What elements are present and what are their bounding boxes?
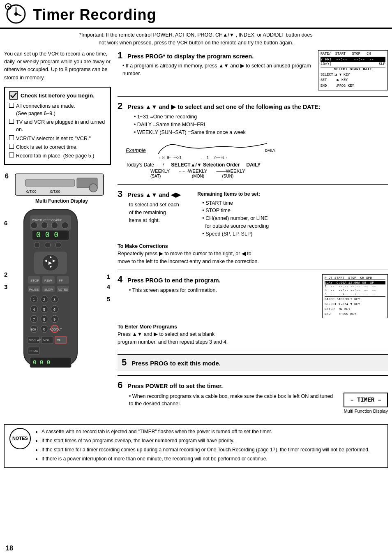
- svg-text:0 0 0: 0 0 0: [33, 359, 50, 365]
- step-1: 1 Press PROG* to display the program scr…: [118, 50, 388, 91]
- svg-text:1: 1: [33, 298, 35, 302]
- step-2-body: 1~31 =One time recording DAILY =Same tim…: [129, 113, 388, 136]
- vcr-diagram-area: 6 0/T:00 0/T:00 Multi Function Display: [4, 171, 111, 204]
- svg-point-5: [7, 6, 9, 7]
- timer-display-box: – TIMER –: [344, 393, 388, 407]
- left-column: You can set up the VCR to record a one t…: [4, 50, 111, 419]
- corrections-section: To Make Corrections Repeatedly press ▶ t…: [118, 243, 388, 266]
- step-6-number: 6: [118, 381, 122, 390]
- svg-text:ADD/DLT: ADD/DLT: [50, 328, 62, 331]
- label-3-remote: 3: [4, 283, 7, 290]
- remaining-items-box: Remaining Items to be set: START time ST…: [197, 190, 269, 238]
- timer-display-text: – TIMER –: [350, 397, 381, 403]
- step-5-title: Press PROG to exit this mode.: [131, 359, 221, 367]
- more-programs-title: To Enter More Programs: [118, 324, 388, 330]
- checklist-item-5: Record tab in place. (See page 5.): [9, 152, 106, 159]
- svg-point-18: [51, 222, 58, 229]
- step-4-number: 4: [118, 275, 122, 284]
- step-6-row: When recording programs via a cable box,…: [118, 393, 388, 414]
- step-4-title: Press PROG to end the program.: [127, 277, 220, 284]
- checkmark-icon: [9, 91, 18, 100]
- important-note: *Important: If the remote control POWER,…: [16, 31, 376, 47]
- svg-text:▲: ▲: [49, 255, 53, 259]
- right-column: 1 Press PROG* to display the program scr…: [118, 50, 388, 419]
- step-2-title: Press ▲▼ and ▶ to select and set one of …: [127, 103, 321, 111]
- selection-diagram: Example ←8–9·······31 — 1 – 2·····6→ DAI…: [126, 139, 388, 178]
- checkbox-1: [9, 103, 14, 108]
- notes-label: NOTES: [12, 435, 28, 442]
- checklist-item-3: VCR/TV selector is set to "VCR.": [9, 135, 106, 142]
- todays-date-row: Today's Date — 7 SELECT▲/▼ Selection Ord…: [126, 162, 388, 168]
- svg-text:— 1 – 2·····6→: — 1 – 2·····6→: [201, 155, 228, 160]
- svg-rect-8: [25, 180, 75, 186]
- label-1-remote: 1: [107, 273, 110, 280]
- svg-text:◀: ◀: [44, 259, 47, 263]
- svg-text:3: 3: [53, 298, 55, 302]
- step-5-number: 5: [122, 358, 127, 367]
- vcr-top-unit-svg: 0/T:00 0/T:00: [13, 171, 108, 197]
- divider-1: [118, 96, 388, 97]
- example-label: Example: [126, 148, 146, 153]
- more-programs-body: Press ▲▼ and ▶ to select and set a blank…: [118, 331, 388, 346]
- svg-point-24: [55, 242, 61, 248]
- svg-text:POWER  VCR  TV  CABLE: POWER VCR TV CABLE: [32, 219, 62, 222]
- svg-text:SLOW: SLOW: [44, 288, 53, 291]
- step-1-title: Press PROG* to display the program scree…: [127, 53, 254, 60]
- svg-text:VOL: VOL: [43, 338, 50, 342]
- notes-list: A cassette with no record tab is ejected…: [35, 428, 369, 465]
- checklist-item-4: Clock is set to correct time.: [9, 143, 106, 151]
- notes-item-1: A cassette with no record tab is ejected…: [42, 428, 369, 436]
- svg-text:FF: FF: [59, 279, 63, 282]
- svg-text:0/T:00: 0/T:00: [50, 190, 60, 194]
- checklist-heading: Check list before you begin.: [21, 92, 95, 99]
- step-6: 6 Press POWER off to set the timer. When…: [118, 380, 388, 414]
- step-6-title: Press POWER off to set the timer.: [127, 382, 223, 390]
- svg-point-23: [45, 242, 51, 248]
- svg-text:2: 2: [43, 298, 45, 302]
- notes-icon: NOTES: [9, 428, 31, 449]
- label-4-remote: 4: [107, 283, 110, 290]
- svg-point-17: [41, 222, 48, 229]
- svg-text:CH: CH: [57, 338, 62, 342]
- step-6-bullet: When recording programs via a cable box,…: [129, 393, 337, 408]
- notes-item-2: If the start times of two programs overl…: [42, 437, 369, 445]
- divider-4: [118, 350, 388, 350]
- remote-diagram-area: 6 2 3 1 4 5 POWER VCR TV CABLE 0 0 0: [4, 207, 111, 380]
- label-5-remote: 5: [107, 296, 110, 303]
- checklist-box: Check list before you begin. All connect…: [4, 87, 111, 165]
- svg-text:REW: REW: [44, 279, 52, 282]
- step-3-title: Press ▲▼ and ◀▶: [127, 191, 181, 199]
- svg-text:NOTES: NOTES: [58, 288, 68, 291]
- step-4: 4 Press PROG to end the program. This sc…: [118, 274, 388, 318]
- svg-text:7: 7: [33, 317, 35, 321]
- svg-point-19: [62, 222, 68, 229]
- svg-text:0: 0: [43, 327, 45, 331]
- step-2: 2 Press ▲▼ and ▶ to select and set one o…: [118, 101, 388, 178]
- svg-text:6: 6: [53, 307, 55, 312]
- svg-text:5: 5: [43, 307, 45, 312]
- svg-text:DAILY: DAILY: [265, 148, 275, 153]
- svg-text:DISPLAY: DISPLAY: [29, 339, 41, 342]
- clock-icon: [4, 3, 29, 26]
- svg-text:4: 4: [33, 307, 35, 312]
- checkbox-5: [9, 153, 14, 157]
- divider-2: [118, 184, 388, 185]
- corrections-body: Repeatedly press ▶ to move the cursor to…: [118, 250, 388, 266]
- page-title: Timer Recording: [33, 6, 156, 23]
- divider-5: [118, 375, 388, 376]
- step-2-number: 2: [118, 102, 122, 111]
- checkbox-4: [9, 144, 14, 149]
- label-6-vcr: 6: [5, 173, 9, 180]
- checkbox-2: [9, 119, 14, 124]
- step-1-screen: RATE/ START STOP CH 7 FRI --:-- --:-- --…: [318, 50, 388, 91]
- timer-display-label: Multi Function Display: [344, 409, 388, 414]
- svg-text:PAUSE: PAUSE: [29, 288, 39, 291]
- step-3-number: 3: [118, 190, 122, 199]
- checklist-item-2: TV and VCR are plugged in and turned on.: [9, 118, 106, 133]
- step-3: 3 Press ▲▼ and ◀▶ to select and set each…: [118, 189, 388, 238]
- svg-text:▶: ▶: [53, 259, 55, 263]
- weekly-row: WEEKLY(SAT) ·······WEEKLY(MON) ——WEEKLY(…: [150, 169, 388, 178]
- svg-text:0 0 0: 0 0 0: [36, 230, 58, 239]
- svg-point-22: [34, 242, 40, 248]
- step-1-number: 1: [118, 51, 122, 60]
